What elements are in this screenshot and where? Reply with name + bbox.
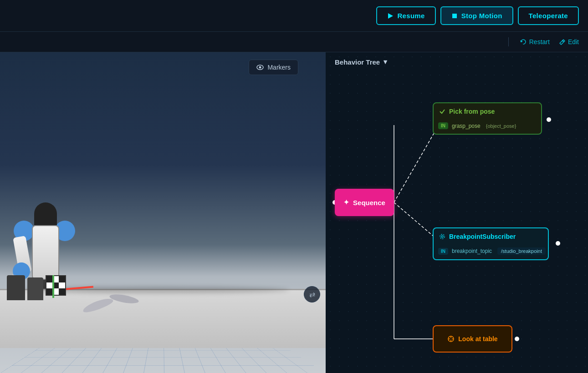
secondary-toolbar: Restart Edit (0, 32, 588, 52)
behavior-tree-panel: Behavior Tree ▾ ✦ Sequence (326, 52, 588, 373)
edit-button[interactable]: Edit (559, 38, 579, 45)
svg-point-12 (440, 234, 445, 239)
bp-param-value: /studio_breakpoint (497, 247, 546, 255)
main-toolbar: Resume Stop Motion Teleoperate (0, 0, 588, 32)
edit-icon (559, 39, 565, 45)
markers-button[interactable]: Markers (249, 60, 298, 75)
bp-tag-in: IN (438, 248, 448, 255)
pick-param-name: grasp_pose (452, 123, 481, 129)
stop-icon (451, 13, 458, 19)
svg-point-3 (259, 66, 261, 69)
bt-header[interactable]: Behavior Tree ▾ (335, 58, 387, 66)
restart-label: Restart (529, 38, 550, 45)
svg-point-9 (556, 241, 560, 246)
robot-torso (32, 225, 59, 280)
sequence-label: Sequence (353, 199, 385, 207)
pick-label: Pick from pose (449, 108, 495, 115)
look-label: Look at table (458, 335, 497, 343)
svg-point-13 (441, 236, 443, 237)
node-pick-from-pose[interactable]: Pick from pose IN grasp_pose {object_pos… (433, 102, 542, 135)
svg-rect-1 (452, 14, 457, 18)
robot-viewport: Markers ⇄ (0, 52, 326, 373)
swap-view-button[interactable]: ⇄ (304, 286, 320, 302)
look-icon (447, 335, 455, 343)
bp-label: BreakpointSubscriber (449, 233, 516, 240)
spinner-icon (439, 233, 445, 240)
stop-motion-label: Stop Motion (461, 12, 502, 20)
stand-object-1 (7, 275, 25, 300)
pick-tag-in: IN (438, 122, 448, 129)
svg-point-10 (515, 337, 519, 341)
stand-object-2 (27, 277, 43, 300)
svg-marker-0 (388, 13, 393, 19)
ar-marker (46, 275, 66, 296)
pick-param-value: {object_pose} (486, 123, 516, 129)
bp-param-name: breakpoint_topic (452, 248, 492, 254)
bt-chevron-icon: ▾ (383, 58, 387, 66)
stop-motion-button[interactable]: Stop Motion (440, 6, 513, 25)
edit-label: Edit (568, 38, 579, 45)
green-axis-arrow (52, 275, 54, 298)
restart-button[interactable]: Restart (520, 38, 550, 45)
node-breakpoint-subscriber[interactable]: BreakpointSubscriber IN breakpoint_topic… (433, 227, 549, 260)
resume-button[interactable]: Resume (376, 6, 435, 25)
table-surface (0, 289, 326, 348)
main-content: Markers ⇄ Behavior Tree ▾ (0, 52, 588, 373)
swap-icon: ⇄ (309, 290, 315, 299)
bp-body: IN breakpoint_topic /studio_breakpoint (434, 245, 548, 259)
node-sequence[interactable]: ✦ Sequence (335, 189, 394, 216)
check-icon (439, 108, 445, 115)
pick-header: Pick from pose (434, 103, 541, 120)
bp-header: BreakpointSubscriber (434, 228, 548, 245)
play-icon (387, 13, 394, 19)
node-look-at-table[interactable]: Look at table (433, 325, 512, 353)
robot-head (34, 202, 57, 225)
markers-label: Markers (267, 64, 291, 71)
svg-point-8 (547, 117, 551, 122)
teleoperate-button[interactable]: Teleoperate (518, 6, 579, 25)
resume-label: Resume (397, 12, 424, 20)
sequence-icon: ✦ (343, 198, 349, 207)
eye-icon (256, 64, 264, 71)
teleoperate-label: Teleoperate (529, 12, 568, 20)
bt-title: Behavior Tree (335, 58, 380, 66)
restart-icon (520, 39, 527, 45)
pick-body: IN grasp_pose {object_pose} (434, 120, 541, 134)
